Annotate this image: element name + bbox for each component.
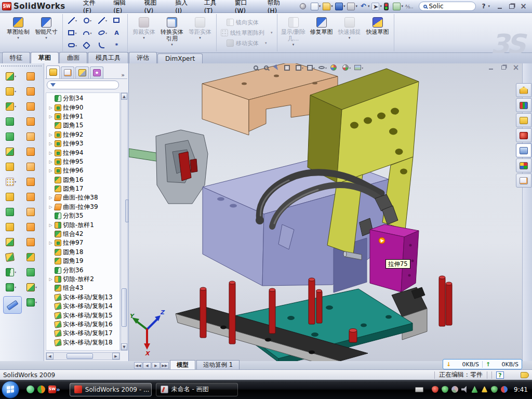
messenger-icon[interactable]	[26, 385, 34, 393]
network-warning-icon[interactable]	[481, 386, 488, 393]
doc-close-button[interactable]	[512, 64, 520, 71]
graphics-viewport[interactable]: Y Z X ▾ ▾ ▾ ▾	[129, 63, 522, 361]
quick-launch-overflow-icon[interactable]	[56, 386, 60, 393]
tab-nav-button[interactable]: ▶	[152, 362, 160, 369]
view-tool-button[interactable]: ▾	[296, 65, 303, 71]
document-tab[interactable]: 运动算例 1	[196, 360, 240, 369]
expand-arrow-icon[interactable]	[48, 223, 53, 228]
toolbar-button[interactable]: ▾	[322, 2, 334, 11]
expand-arrow-icon[interactable]	[48, 105, 53, 110]
feature-tree-item[interactable]: 拉伸95	[48, 157, 119, 166]
feature-tree-item[interactable]: 实体-移动/复制14	[48, 302, 119, 311]
panel-tab[interactable]	[75, 66, 89, 78]
command-button[interactable]: 镜向实体 ▾	[225, 18, 269, 27]
feature-tree-item[interactable]: 曲面-拉伸38	[48, 193, 119, 202]
dropdown-arrow-icon[interactable]: ▾	[343, 4, 345, 8]
scroll-left-icon[interactable]: ◀	[46, 353, 54, 360]
toolbar-button[interactable]: ⅍.. ▾	[404, 2, 417, 11]
dropdown-arrow-icon[interactable]: ▾	[17, 36, 19, 40]
task-pane-tab[interactable]	[516, 158, 531, 172]
scroll-right-icon[interactable]: ▶	[112, 353, 119, 360]
feature-tree-item[interactable]: 圆角18	[48, 248, 119, 257]
panel-tabs-overflow-icon[interactable]: »	[119, 72, 126, 78]
help-button[interactable]: ? ▾	[478, 2, 491, 11]
expand-arrow-icon[interactable]	[48, 132, 53, 137]
toolbar-button[interactable]: ▾	[26, 87, 37, 96]
expand-arrow-icon[interactable]	[48, 151, 53, 155]
scrollbar-thumb[interactable]	[66, 353, 93, 359]
view-tool-button[interactable]: ▾	[284, 65, 292, 71]
health-shield-icon[interactable]	[491, 386, 498, 393]
expand-arrow-icon[interactable]	[48, 241, 53, 245]
start-button[interactable]	[2, 381, 19, 398]
command-button[interactable]: 快速捕捉 ▾	[336, 15, 363, 50]
toolbar-button[interactable]: ▾	[6, 177, 16, 186]
expand-arrow-icon[interactable]	[48, 168, 53, 173]
taskbar-clock[interactable]: 9:41	[514, 386, 528, 393]
panel-splitter[interactable]	[125, 200, 129, 222]
toolbar-button[interactable]: ▾	[26, 207, 37, 216]
command-button[interactable]: 转换实体引用 ▾	[158, 15, 185, 50]
feature-tree-item[interactable]: 实体-移动/复制18	[48, 338, 119, 347]
toolbar-button[interactable]: ▾	[26, 117, 37, 126]
restore-button[interactable]	[507, 3, 516, 10]
task-pane-tab[interactable]	[516, 113, 531, 127]
feature-tree-item[interactable]: 曲面-拉伸39	[48, 203, 119, 211]
status-help-icon[interactable]: ?	[496, 371, 504, 379]
minimize-button[interactable]	[495, 3, 504, 10]
ribbon-tab[interactable]: 评估	[129, 52, 157, 63]
toolbar-button[interactable]: ▾	[6, 102, 16, 111]
toolbar-button[interactable]: ▾	[26, 283, 37, 291]
toolbar-button[interactable]: ▾	[383, 2, 392, 11]
toolbar-button[interactable]: ▾	[392, 2, 404, 11]
view-tool-button[interactable]: ▾	[307, 65, 315, 71]
view-tool-button[interactable]: ▾	[330, 64, 339, 71]
model-canvas[interactable]: Y Z X	[129, 63, 522, 361]
feature-tree-item[interactable]: 实体-移动/复制13	[48, 293, 119, 302]
toolbar-button[interactable]: ▾	[6, 117, 16, 126]
solidworks-launcher-icon[interactable]: SW	[48, 385, 56, 393]
toolbar-button[interactable]: ▾	[6, 222, 16, 231]
feature-tree-item[interactable]: 拉伸96	[48, 166, 119, 175]
feature-tree-item[interactable]: 组合42	[48, 230, 119, 238]
tree-horizontal-scrollbar[interactable]: ◀ ▶	[46, 352, 120, 360]
feature-tree-item[interactable]: 拉伸93	[48, 139, 119, 148]
dropdown-arrow-icon[interactable]: ▾	[380, 4, 382, 8]
scrollbar-thumb[interactable]	[122, 288, 127, 327]
task-pane-tab[interactable]	[516, 128, 531, 142]
toolbar-button[interactable]: ▾	[299, 2, 310, 11]
feature-tree-item[interactable]: 拉伸92	[48, 130, 119, 139]
tab-nav-button[interactable]: ◀	[143, 362, 151, 369]
dropdown-arrow-icon[interactable]: ▾	[401, 4, 403, 8]
toolbar-button[interactable]: ▾	[6, 162, 16, 171]
sketch-tool-button[interactable]: * ▾	[111, 42, 125, 49]
feature-tree-item[interactable]: 实体-移动/复制15	[48, 311, 119, 320]
toolbar-button[interactable]: ▾	[26, 268, 37, 276]
toolbar-button[interactable]: ▾	[6, 207, 16, 216]
ribbon-tab[interactable]: 模具工具	[88, 52, 128, 63]
task-pane-tab[interactable]	[516, 98, 531, 112]
toolbar-button[interactable]: ▾	[310, 2, 322, 11]
sketch-tool-button[interactable]: ▾	[81, 31, 95, 35]
sketch-tool-button[interactable]: ▾	[111, 18, 125, 23]
feature-tree-item[interactable]: 分割35	[48, 211, 119, 220]
sketch-tool-button[interactable]: ▾	[65, 30, 79, 35]
task-pane-tab[interactable]	[516, 174, 531, 188]
panel-tab[interactable]	[46, 65, 60, 78]
sketch-tool-button[interactable]: ▾	[65, 17, 79, 24]
toolbar-button[interactable]: ▾	[26, 192, 37, 201]
ribbon-tab[interactable]: DimXpert	[157, 54, 203, 63]
scroll-up-icon[interactable]: ▲	[121, 93, 127, 100]
command-button[interactable]: 剪裁实体 ▾	[130, 15, 157, 50]
antivirus-alert-icon[interactable]	[432, 386, 438, 393]
view-tool-button[interactable]: ▾	[342, 64, 351, 71]
sync-icon[interactable]	[501, 386, 508, 393]
feature-tree-item[interactable]: 拉伸97	[48, 238, 119, 247]
feature-tree-item[interactable]: 切除-放样1	[48, 220, 119, 229]
feature-tree-item[interactable]: 组合43	[48, 284, 119, 292]
command-button[interactable]: 智能尺寸 ▾	[33, 15, 60, 50]
toolbar-button[interactable]: ▾	[26, 132, 37, 141]
dropdown-arrow-icon[interactable]: ▾	[355, 4, 357, 8]
view-tool-button[interactable]: ▾	[354, 65, 363, 70]
command-button[interactable]: 修复草图 ▾	[308, 15, 335, 50]
